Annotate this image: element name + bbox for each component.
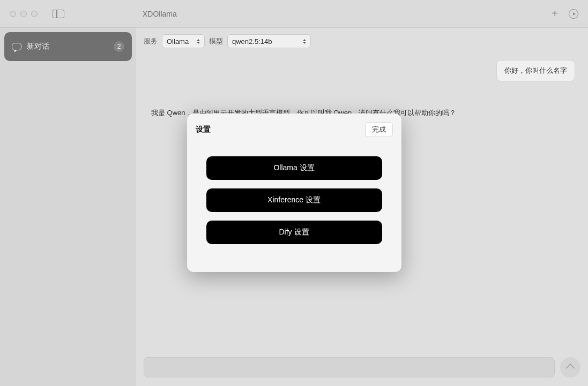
settings-modal: 设置 完成 Ollama 设置 Xinference 设置 Dify 设置 — [187, 113, 401, 272]
modal-title: 设置 — [196, 125, 211, 134]
xinference-settings-button[interactable]: Xinference 设置 — [206, 188, 382, 212]
ollama-settings-button[interactable]: Ollama 设置 — [206, 156, 382, 180]
dify-settings-button[interactable]: Dify 设置 — [206, 221, 382, 244]
done-button[interactable]: 完成 — [365, 122, 393, 137]
modal-overlay[interactable]: 设置 完成 Ollama 设置 Xinference 设置 Dify 设置 — [0, 0, 588, 386]
